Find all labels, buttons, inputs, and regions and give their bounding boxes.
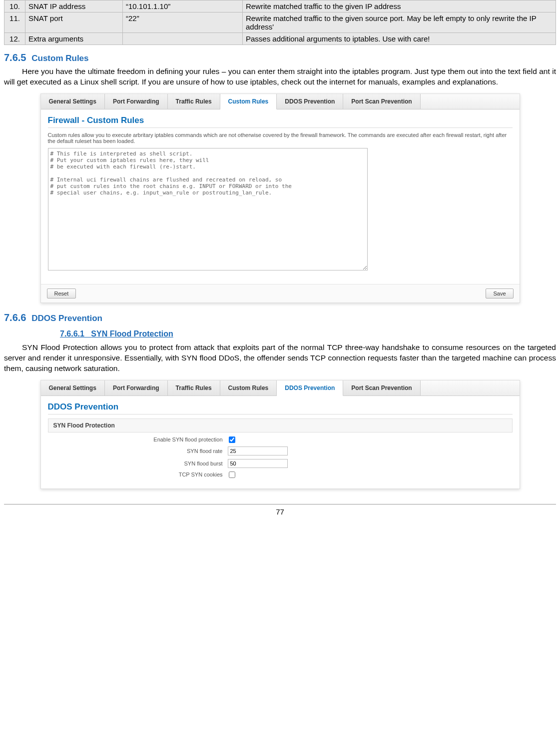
syn-flood-burst-input[interactable] xyxy=(228,459,288,468)
tab-port-forwarding[interactable]: Port Forwarding xyxy=(105,94,168,109)
form-row: SYN flood rate xyxy=(48,446,513,456)
tab-bar: General SettingsPort ForwardingTraffic R… xyxy=(41,380,520,396)
table-cell: SNAT port xyxy=(25,12,123,33)
ddos-prevention-screenshot: General SettingsPort ForwardingTraffic R… xyxy=(40,380,520,489)
table-cell: “22” xyxy=(123,12,243,33)
table-cell xyxy=(123,33,243,45)
parameter-table: 10.SNAT IP address“10.101.1.10”Rewrite m… xyxy=(4,0,556,45)
footer-divider xyxy=(4,504,556,504)
panel-heading: DDOS Prevention xyxy=(48,402,513,414)
syn-flood-rate-input[interactable] xyxy=(228,446,288,456)
form-row: SYN flood burst xyxy=(48,459,513,468)
tab-ddos-prevention[interactable]: DDOS Prevention xyxy=(277,94,343,109)
form-row: TCP SYN cookies xyxy=(48,472,513,478)
tab-bar: General SettingsPort ForwardingTraffic R… xyxy=(41,94,520,110)
tab-port-scan-prevention[interactable]: Port Scan Prevention xyxy=(343,94,420,109)
tab-general-settings[interactable]: General Settings xyxy=(41,380,105,396)
table-cell: SNAT IP address xyxy=(25,0,123,12)
tab-port-scan-prevention[interactable]: Port Scan Prevention xyxy=(343,380,420,396)
table-row: 11.SNAT port“22”Rewrite matched traffic … xyxy=(4,12,556,33)
form-row: Enable SYN flood protection xyxy=(48,436,513,443)
table-cell: Extra arguments xyxy=(25,33,123,45)
tab-ddos-prevention[interactable]: DDOS Prevention xyxy=(277,380,343,396)
section-766-para: SYN Flood Protection allows you to prote… xyxy=(4,342,556,374)
tab-traffic-rules[interactable]: Traffic Rules xyxy=(168,380,220,396)
table-cell: 11. xyxy=(4,12,25,33)
page-number: 77 xyxy=(4,508,556,516)
tab-traffic-rules[interactable]: Traffic Rules xyxy=(168,94,220,109)
form-label: TCP SYN cookies xyxy=(48,472,228,478)
table-cell: 10. xyxy=(4,0,25,12)
enable-syn-flood-protection-checkbox[interactable] xyxy=(229,436,235,443)
section-765-para: Here you have the ultimate freedom in de… xyxy=(4,66,556,88)
form-label: Enable SYN flood protection xyxy=(48,436,228,442)
section-765-heading: 7.6.5 Custom Rules xyxy=(4,52,556,64)
tab-general-settings[interactable]: General Settings xyxy=(41,94,105,109)
table-cell: Rewrite matched traffic to the given IP … xyxy=(243,0,556,12)
table-cell: Passes additional arguments to iptables.… xyxy=(243,33,556,45)
tab-custom-rules[interactable]: Custom Rules xyxy=(220,380,277,396)
button-bar: Reset Save xyxy=(41,284,520,302)
syn-flood-section-label: SYN Flood Protection xyxy=(48,418,513,432)
panel-description: Custom rules allow you to execute arbrit… xyxy=(48,132,513,144)
tcp-syn-cookies-checkbox[interactable] xyxy=(229,472,235,478)
tab-port-forwarding[interactable]: Port Forwarding xyxy=(105,380,168,396)
table-row: 10.SNAT IP address“10.101.1.10”Rewrite m… xyxy=(4,0,556,12)
form-label: SYN flood burst xyxy=(48,460,228,466)
panel-heading: Firewall - Custom Rules xyxy=(48,116,513,128)
table-cell: 12. xyxy=(4,33,25,45)
table-row: 12.Extra argumentsPasses additional argu… xyxy=(4,33,556,45)
reset-button[interactable]: Reset xyxy=(47,288,76,298)
table-cell: “10.101.1.10” xyxy=(123,0,243,12)
tab-custom-rules[interactable]: Custom Rules xyxy=(220,94,277,110)
form-label: SYN flood rate xyxy=(48,448,228,454)
custom-rules-textarea[interactable] xyxy=(48,148,368,270)
custom-rules-screenshot: General SettingsPort ForwardingTraffic R… xyxy=(40,94,520,303)
save-button[interactable]: Save xyxy=(486,288,513,298)
section-766-heading: 7.6.6 DDOS Prevention xyxy=(4,312,556,324)
table-cell: Rewrite matched traffic to the given sou… xyxy=(243,12,556,33)
subsection-7661-heading: 7.6.6.1 SYN Flood Protection xyxy=(60,330,556,338)
